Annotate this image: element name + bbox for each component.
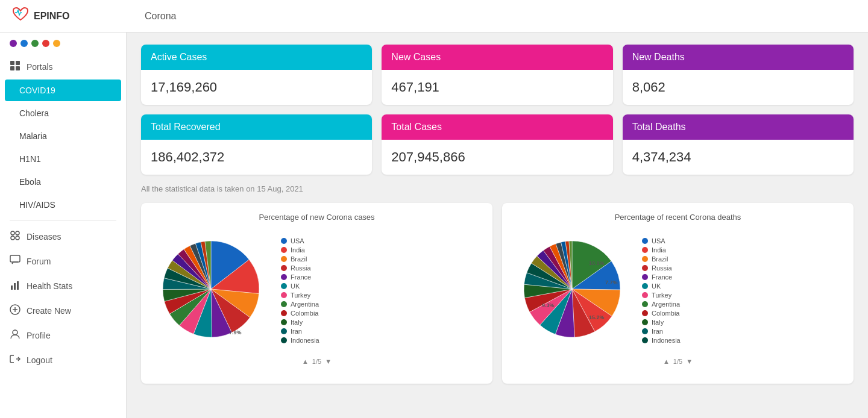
svg-text:7.9%: 7.9% [229, 329, 242, 335]
topbar: EPINFO Corona [0, 0, 868, 33]
dot-green [31, 40, 39, 47]
svg-point-6 [11, 236, 14, 240]
svg-rect-0 [10, 61, 14, 65]
new-cases-chart-title: Percentage of new Corona cases [151, 213, 483, 222]
profile-label: Profile [27, 331, 51, 340]
legend-d-iran: Iran [642, 328, 681, 335]
sidebar-item-ebola[interactable]: Ebola [5, 171, 121, 193]
health-stats-label: Health Stats [27, 281, 72, 291]
sidebar-item-logout[interactable]: Logout [0, 348, 126, 372]
recent-deaths-legend: USA India Brazil Russia France UK Turkey… [642, 237, 681, 344]
legend-d-brazil: Brazil [642, 255, 681, 263]
forum-label: Forum [27, 257, 51, 266]
up-arrow-icon-2[interactable]: ▲ [663, 358, 670, 365]
total-deaths-value: 4,374,234 [623, 140, 854, 175]
legend-italy: Italy [281, 319, 319, 326]
svg-text:9.3%: 9.3% [542, 302, 555, 308]
legend-indonesia: Indonesia [281, 337, 319, 344]
svg-text:10.1%: 10.1% [589, 260, 605, 266]
recent-deaths-pagination: ▲ 1/5 ▼ [512, 358, 844, 365]
total-cases-value: 207,945,866 [382, 140, 612, 175]
legend-colombia: Colombia [281, 310, 319, 317]
sidebar-item-cholera[interactable]: Cholera [5, 102, 121, 124]
total-deaths-card: Total Deaths 4,374,234 [623, 114, 854, 175]
svg-rect-11 [17, 281, 19, 290]
active-cases-header: Active Cases [141, 45, 372, 70]
portals-icon [10, 60, 20, 73]
down-arrow-icon[interactable]: ▼ [325, 358, 332, 365]
svg-rect-1 [16, 61, 20, 65]
down-arrow-icon-2[interactable]: ▼ [686, 358, 693, 365]
total-recovered-header: Total Recovered [141, 114, 372, 140]
legend-d-indonesia: Indonesia [642, 337, 681, 344]
logout-icon [10, 354, 20, 366]
new-deaths-header: New Deaths [623, 45, 854, 70]
legend-brazil: Brazil [281, 255, 319, 263]
sidebar-item-health-stats[interactable]: Health Stats [0, 273, 126, 298]
legend-usa: USA [281, 237, 319, 245]
svg-point-5 [16, 231, 19, 235]
create-new-label: Create New [27, 306, 71, 316]
svg-rect-2 [10, 66, 14, 70]
dot-yellow [53, 40, 60, 47]
logout-label: Logout [27, 355, 52, 365]
sidebar-divider [10, 220, 116, 220]
logo-area: EPINFO [12, 7, 139, 25]
legend-d-uk: UK [642, 282, 681, 290]
health-stats-icon [10, 279, 20, 292]
new-cases-card: New Cases 467,191 [382, 45, 612, 105]
recent-deaths-chart: Percentage of recent Corona deaths 10.1%… [502, 203, 854, 384]
profile-icon [10, 329, 20, 342]
new-deaths-value: 8,062 [623, 70, 854, 105]
legend-uk: UK [281, 282, 319, 290]
recent-deaths-chart-title: Percentage of recent Corona deaths [512, 213, 844, 222]
dot-purple [10, 40, 17, 47]
sidebar-item-h1n1[interactable]: H1N1 [5, 148, 121, 170]
legend-d-turkey: Turkey [642, 292, 681, 299]
forum-icon [10, 255, 20, 267]
legend-d-usa: USA [642, 237, 681, 245]
pagination-label-2: 1/5 [673, 358, 682, 365]
legend-india: India [281, 246, 319, 254]
svg-rect-3 [16, 66, 20, 70]
sidebar-item-forum[interactable]: Forum [0, 249, 126, 273]
new-cases-legend: USA India Brazil Russia France UK Turkey… [281, 237, 319, 344]
total-cases-card: Total Cases 207,945,866 [382, 114, 612, 175]
diseases-label: Diseases [27, 232, 61, 242]
new-cases-chart-content: 7.9% USA India Brazil Russia France UK T… [151, 229, 483, 352]
new-deaths-card: New Deaths 8,062 [623, 45, 854, 105]
active-cases-value: 17,169,260 [141, 70, 372, 105]
svg-point-15 [13, 330, 17, 335]
sidebar-item-diseases[interactable]: Diseases [0, 224, 126, 249]
recent-deaths-chart-content: 10.1% 7.7% 15.2% 9.3% USA India Brazil R… [512, 229, 844, 352]
sidebar-item-create-new[interactable]: Create New [0, 298, 126, 323]
new-cases-chart: Percentage of new Corona cases 7.9% USA … [141, 203, 492, 384]
legend-france: France [281, 273, 319, 281]
app-name: EPINFO [34, 11, 70, 22]
legend-d-france: France [642, 273, 681, 281]
svg-text:15.2%: 15.2% [589, 314, 605, 320]
legend-d-argentina: Argentina [642, 301, 681, 308]
legend-argentina: Argentina [281, 301, 319, 308]
dot-blue [20, 40, 28, 47]
sidebar-item-covid19[interactable]: COVID19 [5, 80, 121, 101]
new-cases-pagination: ▲ 1/5 ▼ [151, 358, 483, 365]
sidebar-item-hivaids[interactable]: HIV/AIDS [5, 194, 121, 216]
sidebar-item-malaria[interactable]: Malaria [5, 125, 121, 147]
data-note: All the statistical data is taken on 15 … [141, 184, 854, 193]
new-cases-value: 467,191 [382, 70, 612, 105]
dot-red [42, 40, 49, 47]
heart-icon [12, 7, 29, 25]
legend-d-russia: Russia [642, 264, 681, 272]
svg-point-7 [16, 236, 19, 240]
legend-d-india: India [642, 246, 681, 254]
create-new-icon [10, 304, 20, 317]
active-cases-card: Active Cases 17,169,260 [141, 45, 372, 105]
legend-d-italy: Italy [642, 319, 681, 326]
sidebar-item-profile[interactable]: Profile [0, 323, 126, 348]
svg-rect-9 [11, 285, 13, 290]
charts-row: Percentage of new Corona cases 7.9% USA … [141, 203, 854, 384]
up-arrow-icon[interactable]: ▲ [302, 358, 309, 365]
sidebar-portals[interactable]: Portals [0, 54, 126, 79]
svg-text:7.7%: 7.7% [605, 279, 618, 285]
